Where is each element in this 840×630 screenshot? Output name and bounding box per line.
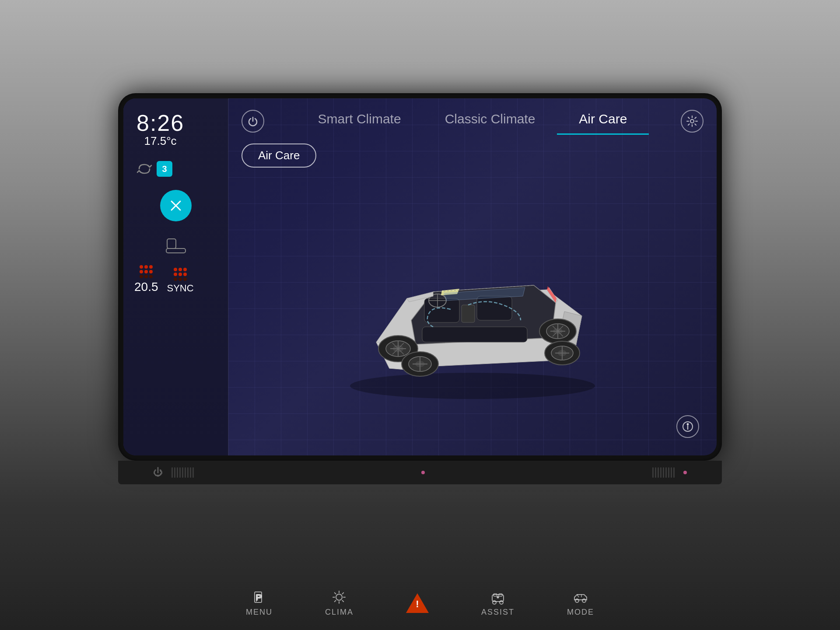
heat-dots-left (140, 265, 153, 278)
tab-smart-climate[interactable]: Smart Climate (296, 107, 423, 135)
recirculation-icon[interactable] (136, 161, 152, 177)
nav-item-hazard[interactable]: ! (406, 593, 429, 613)
close-button[interactable] (160, 190, 192, 221)
vent-fin (671, 467, 672, 478)
parking-icon: P (251, 589, 267, 605)
svg-point-5 (350, 373, 595, 399)
svg-rect-8 (422, 327, 527, 342)
vent-fin (179, 467, 181, 478)
nav-item-clima[interactable]: CLIMA (325, 589, 354, 617)
mode-icon (573, 589, 588, 605)
heat-dot (140, 270, 143, 273)
sub-navigation: Air Care (228, 135, 717, 168)
svg-point-4 (690, 119, 694, 123)
dashboard-background: 8:26 17.5°c 3 (0, 0, 840, 630)
vent-fin (673, 467, 675, 478)
vent-fin (185, 467, 186, 478)
svg-point-39 (687, 424, 689, 425)
top-bar: Smart Climate Classic Climate Air Care (228, 98, 717, 135)
vent-fin (668, 467, 669, 478)
clima-icon (331, 589, 347, 605)
outside-temperature: 17.5°c (136, 134, 184, 148)
vent-indicator-right (683, 471, 687, 474)
heat-dot (174, 273, 177, 276)
bottom-navigation: P MENU CLIMA ! (0, 589, 840, 617)
vent-fin (663, 467, 664, 478)
heat-dot (149, 270, 153, 273)
heat-dot-dim (140, 275, 143, 278)
vent-indicator-left (421, 471, 425, 474)
mode-label: MODE (567, 608, 594, 617)
air-care-sub-button[interactable]: Air Care (242, 144, 316, 168)
tab-classic-climate[interactable]: Classic Climate (423, 107, 557, 135)
heat-dot-dim (183, 277, 187, 281)
car-visualization-area (228, 168, 717, 455)
menu-label: MENU (246, 608, 273, 617)
heat-dot-dim (178, 277, 182, 281)
vent-fin (172, 467, 173, 478)
tab-air-care[interactable]: Air Care (557, 107, 649, 135)
vent-fin (665, 467, 667, 478)
svg-line-51 (335, 600, 336, 602)
infotainment-screen: 8:26 17.5°c 3 (123, 98, 717, 455)
time-display: 8:26 17.5°c (136, 112, 184, 148)
heat-dot-dim (144, 275, 148, 278)
seat-icon (163, 237, 189, 254)
assist-label: ASSIST (481, 608, 514, 617)
sync-label: SYNC (167, 283, 194, 294)
vent-row: ⏻ (118, 461, 722, 484)
svg-line-48 (335, 593, 336, 594)
svg-rect-3 (166, 248, 186, 253)
svg-line-49 (343, 600, 344, 602)
heat-dot-dim (174, 277, 177, 281)
heat-dot (183, 268, 187, 271)
settings-button[interactable] (681, 110, 704, 133)
power-physical-icon[interactable]: ⏻ (153, 467, 163, 478)
nav-item-mode[interactable]: MODE (567, 589, 594, 617)
heat-dot (144, 270, 148, 273)
vent-fin (660, 467, 662, 478)
heat-dots-right (174, 268, 187, 281)
info-button[interactable] (676, 415, 699, 438)
hazard-icon: ! (406, 593, 429, 613)
left-vents (172, 467, 194, 478)
seat-heating-controls: 20.5 (132, 265, 219, 294)
left-seat-heat[interactable]: 20.5 (134, 265, 158, 294)
svg-line-50 (343, 593, 344, 594)
clima-label: CLIMA (325, 608, 354, 617)
heat-dot (183, 273, 187, 276)
screen-bezel: 8:26 17.5°c 3 (118, 93, 722, 461)
svg-rect-7 (477, 296, 512, 320)
heat-dot (149, 265, 153, 269)
car-illustration (319, 220, 626, 403)
right-vents (652, 467, 675, 478)
right-seat-heat[interactable]: SYNC (167, 268, 194, 294)
heat-dot (178, 268, 182, 271)
recirculation-row: 3 (132, 161, 219, 177)
main-content: Smart Climate Classic Climate Air Care (228, 98, 717, 455)
vent-fin (187, 467, 189, 478)
svg-rect-2 (167, 239, 176, 248)
svg-rect-6 (424, 298, 459, 322)
nav-item-assist[interactable]: ASSIST (481, 589, 514, 617)
left-seat-temperature: 20.5 (134, 280, 158, 294)
vent-fin (182, 467, 183, 478)
vent-fin (174, 467, 175, 478)
vent-fin (658, 467, 659, 478)
power-button[interactable] (242, 110, 264, 133)
heat-dot (178, 273, 182, 276)
vent-fin (192, 467, 194, 478)
svg-point-43 (336, 594, 342, 600)
svg-rect-9 (462, 305, 475, 322)
heat-dot (140, 265, 143, 269)
vent-fin (190, 467, 191, 478)
vent-fin (652, 467, 654, 478)
nav-item-menu[interactable]: P MENU (246, 589, 273, 617)
assist-icon (490, 589, 506, 605)
svg-point-57 (497, 596, 499, 598)
clock: 8:26 (136, 112, 184, 134)
heat-dot-dim (149, 275, 153, 278)
air-quality-badge: 3 (157, 161, 172, 177)
heat-dot (174, 268, 177, 271)
climate-tabs: Smart Climate Classic Climate Air Care (273, 107, 672, 135)
